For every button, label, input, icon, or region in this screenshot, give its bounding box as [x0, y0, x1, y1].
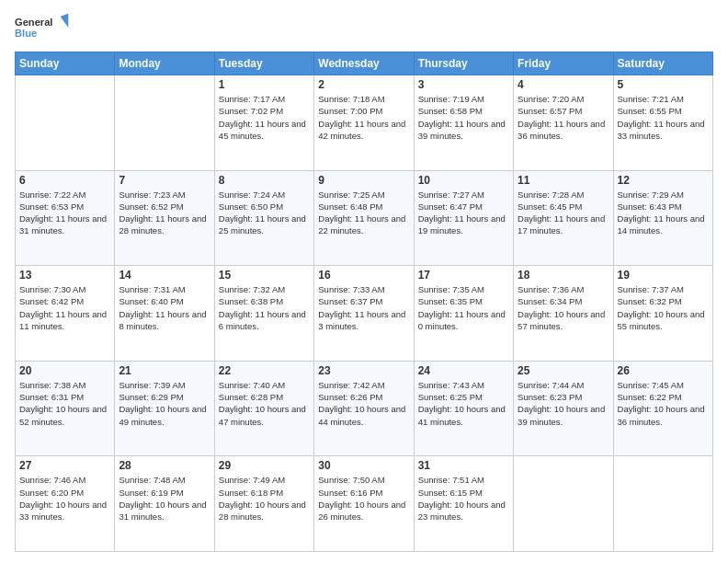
weekday-header-tuesday: Tuesday: [214, 52, 313, 75]
week-row-1: 1Sunrise: 7:17 AM Sunset: 7:02 PM Daylig…: [16, 75, 713, 171]
calendar-cell: [16, 75, 115, 171]
week-row-4: 20Sunrise: 7:38 AM Sunset: 6:31 PM Dayli…: [16, 361, 713, 456]
svg-text:Blue: Blue: [15, 28, 37, 39]
calendar-cell: 12Sunrise: 7:29 AM Sunset: 6:43 PM Dayli…: [613, 170, 712, 266]
calendar-cell: 9Sunrise: 7:25 AM Sunset: 6:48 PM Daylig…: [314, 170, 414, 266]
calendar-cell: 10Sunrise: 7:27 AM Sunset: 6:47 PM Dayli…: [414, 170, 513, 266]
calendar-table: SundayMondayTuesdayWednesdayThursdayFrid…: [15, 52, 713, 552]
day-info: Sunrise: 7:21 AM Sunset: 6:55 PM Dayligh…: [618, 93, 709, 142]
day-number: 9: [318, 174, 409, 187]
day-info: Sunrise: 7:27 AM Sunset: 6:47 PM Dayligh…: [418, 189, 509, 237]
day-number: 3: [418, 78, 509, 91]
calendar-cell: [514, 456, 613, 552]
page: General Blue SundayMondayTuesdayWednesda…: [0, 0, 728, 563]
calendar-cell: 31Sunrise: 7:51 AM Sunset: 6:15 PM Dayli…: [414, 456, 513, 552]
day-info: Sunrise: 7:17 AM Sunset: 7:02 PM Dayligh…: [219, 93, 310, 142]
day-info: Sunrise: 7:35 AM Sunset: 6:35 PM Dayligh…: [418, 283, 509, 332]
day-number: 6: [19, 174, 110, 187]
day-number: 21: [119, 364, 210, 377]
calendar-cell: 27Sunrise: 7:46 AM Sunset: 6:20 PM Dayli…: [16, 456, 115, 552]
calendar-cell: 20Sunrise: 7:38 AM Sunset: 6:31 PM Dayli…: [16, 361, 115, 456]
day-number: 1: [219, 78, 310, 91]
day-info: Sunrise: 7:29 AM Sunset: 6:43 PM Dayligh…: [618, 189, 709, 237]
day-number: 4: [518, 78, 609, 91]
day-number: 29: [219, 459, 310, 472]
day-info: Sunrise: 7:45 AM Sunset: 6:22 PM Dayligh…: [618, 379, 709, 428]
day-number: 23: [318, 364, 409, 377]
day-number: 10: [418, 174, 509, 187]
day-info: Sunrise: 7:51 AM Sunset: 6:15 PM Dayligh…: [418, 474, 509, 523]
day-info: Sunrise: 7:44 AM Sunset: 6:23 PM Dayligh…: [518, 379, 609, 428]
day-number: 22: [219, 364, 310, 377]
calendar-cell: 18Sunrise: 7:36 AM Sunset: 6:34 PM Dayli…: [514, 266, 613, 362]
calendar-cell: [613, 456, 712, 552]
calendar-cell: 8Sunrise: 7:24 AM Sunset: 6:50 PM Daylig…: [214, 170, 313, 266]
day-info: Sunrise: 7:20 AM Sunset: 6:57 PM Dayligh…: [518, 93, 609, 142]
day-info: Sunrise: 7:22 AM Sunset: 6:53 PM Dayligh…: [19, 189, 110, 237]
day-info: Sunrise: 7:19 AM Sunset: 6:58 PM Dayligh…: [418, 93, 509, 142]
day-number: 13: [19, 269, 110, 282]
calendar-cell: 28Sunrise: 7:48 AM Sunset: 6:19 PM Dayli…: [115, 456, 214, 552]
day-number: 18: [518, 269, 609, 282]
calendar-cell: 21Sunrise: 7:39 AM Sunset: 6:29 PM Dayli…: [115, 361, 214, 456]
day-info: Sunrise: 7:49 AM Sunset: 6:18 PM Dayligh…: [219, 474, 310, 523]
day-info: Sunrise: 7:24 AM Sunset: 6:50 PM Dayligh…: [219, 189, 310, 237]
calendar-cell: 7Sunrise: 7:23 AM Sunset: 6:52 PM Daylig…: [115, 170, 214, 266]
day-info: Sunrise: 7:32 AM Sunset: 6:38 PM Dayligh…: [219, 283, 310, 332]
day-number: 19: [618, 269, 709, 282]
day-number: 26: [618, 364, 709, 377]
day-number: 12: [618, 174, 709, 187]
svg-marker-2: [61, 14, 69, 28]
day-info: Sunrise: 7:33 AM Sunset: 6:37 PM Dayligh…: [318, 283, 409, 332]
logo: General Blue: [15, 11, 70, 44]
week-row-3: 13Sunrise: 7:30 AM Sunset: 6:42 PM Dayli…: [16, 266, 713, 362]
calendar-cell: 13Sunrise: 7:30 AM Sunset: 6:42 PM Dayli…: [16, 266, 115, 362]
day-info: Sunrise: 7:40 AM Sunset: 6:28 PM Dayligh…: [219, 379, 310, 428]
weekday-header-sunday: Sunday: [16, 52, 115, 75]
calendar-cell: 6Sunrise: 7:22 AM Sunset: 6:53 PM Daylig…: [16, 170, 115, 266]
calendar-cell: 22Sunrise: 7:40 AM Sunset: 6:28 PM Dayli…: [214, 361, 313, 456]
day-info: Sunrise: 7:50 AM Sunset: 6:16 PM Dayligh…: [318, 474, 409, 523]
day-info: Sunrise: 7:28 AM Sunset: 6:45 PM Dayligh…: [518, 189, 609, 237]
day-info: Sunrise: 7:30 AM Sunset: 6:42 PM Dayligh…: [19, 283, 110, 332]
day-info: Sunrise: 7:48 AM Sunset: 6:19 PM Dayligh…: [119, 474, 210, 523]
header: General Blue: [15, 11, 713, 44]
week-row-2: 6Sunrise: 7:22 AM Sunset: 6:53 PM Daylig…: [16, 170, 713, 266]
day-number: 11: [518, 174, 609, 187]
calendar-cell: 1Sunrise: 7:17 AM Sunset: 7:02 PM Daylig…: [214, 75, 313, 171]
weekday-header-wednesday: Wednesday: [314, 52, 414, 75]
day-number: 2: [318, 78, 409, 91]
weekday-header-row: SundayMondayTuesdayWednesdayThursdayFrid…: [16, 52, 713, 75]
calendar-cell: 29Sunrise: 7:49 AM Sunset: 6:18 PM Dayli…: [214, 456, 313, 552]
day-info: Sunrise: 7:38 AM Sunset: 6:31 PM Dayligh…: [19, 379, 110, 428]
calendar-cell: 4Sunrise: 7:20 AM Sunset: 6:57 PM Daylig…: [514, 75, 613, 171]
calendar-cell: 17Sunrise: 7:35 AM Sunset: 6:35 PM Dayli…: [414, 266, 513, 362]
day-number: 16: [318, 269, 409, 282]
week-row-5: 27Sunrise: 7:46 AM Sunset: 6:20 PM Dayli…: [16, 456, 713, 552]
calendar-cell: 23Sunrise: 7:42 AM Sunset: 6:26 PM Dayli…: [314, 361, 414, 456]
calendar-cell: 25Sunrise: 7:44 AM Sunset: 6:23 PM Dayli…: [514, 361, 613, 456]
day-number: 28: [119, 459, 210, 472]
day-info: Sunrise: 7:23 AM Sunset: 6:52 PM Dayligh…: [119, 189, 210, 237]
weekday-header-saturday: Saturday: [613, 52, 712, 75]
calendar-cell: 14Sunrise: 7:31 AM Sunset: 6:40 PM Dayli…: [115, 266, 214, 362]
day-info: Sunrise: 7:36 AM Sunset: 6:34 PM Dayligh…: [518, 283, 609, 332]
day-number: 14: [119, 269, 210, 282]
calendar-cell: 2Sunrise: 7:18 AM Sunset: 7:00 PM Daylig…: [314, 75, 414, 171]
calendar-cell: 24Sunrise: 7:43 AM Sunset: 6:25 PM Dayli…: [414, 361, 513, 456]
calendar-cell: 19Sunrise: 7:37 AM Sunset: 6:32 PM Dayli…: [613, 266, 712, 362]
calendar-cell: 15Sunrise: 7:32 AM Sunset: 6:38 PM Dayli…: [214, 266, 313, 362]
day-number: 8: [219, 174, 310, 187]
day-number: 31: [418, 459, 509, 472]
day-number: 20: [19, 364, 110, 377]
day-info: Sunrise: 7:42 AM Sunset: 6:26 PM Dayligh…: [318, 379, 409, 428]
day-info: Sunrise: 7:37 AM Sunset: 6:32 PM Dayligh…: [618, 283, 709, 332]
weekday-header-monday: Monday: [115, 52, 214, 75]
day-number: 17: [418, 269, 509, 282]
calendar-cell: 11Sunrise: 7:28 AM Sunset: 6:45 PM Dayli…: [514, 170, 613, 266]
calendar-cell: 26Sunrise: 7:45 AM Sunset: 6:22 PM Dayli…: [613, 361, 712, 456]
day-number: 5: [618, 78, 709, 91]
day-number: 7: [119, 174, 210, 187]
weekday-header-thursday: Thursday: [414, 52, 513, 75]
day-number: 15: [219, 269, 310, 282]
